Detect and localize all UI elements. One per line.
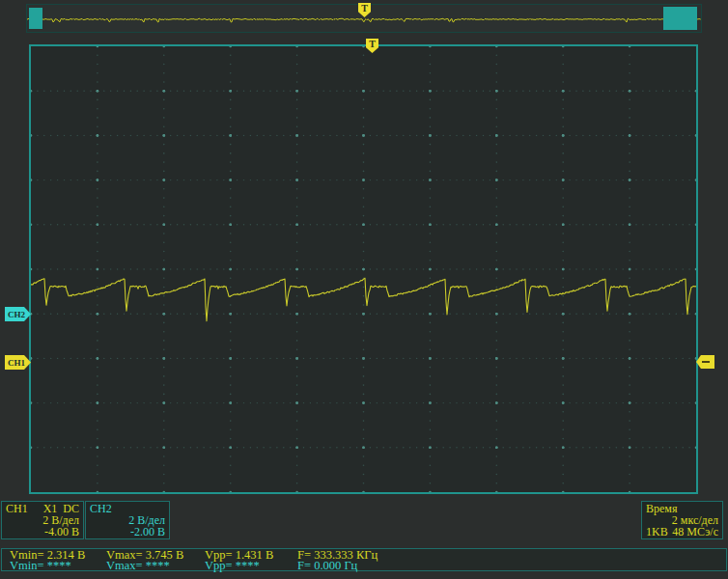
ch2-vmax: Vmax= ****	[98, 561, 197, 571]
measurement-bar: Vmin= 2.314 В Vmax= 3.745 В Vpp= 1.431 В…	[1, 548, 727, 571]
ch2-offset-marker[interactable]: CH2	[5, 307, 31, 321]
trigger-level-dash-icon	[702, 361, 710, 363]
ch2-vpp: Vpp= ****	[197, 561, 290, 571]
ch2-label: CH2	[90, 503, 112, 514]
ch1-offset-marker[interactable]: CH1	[5, 355, 31, 370]
waveform-display[interactable]	[29, 44, 698, 494]
ch2-vmin: Vmin= ****	[2, 561, 98, 571]
ch2-panel[interactable]: CH2 2 В/дел -2.00 В	[85, 501, 170, 539]
overview-right-handle[interactable]	[663, 7, 697, 30]
ch1-label: CH1	[6, 503, 28, 514]
grid-and-trace	[31, 46, 696, 492]
timebase-buffer: 1KB	[646, 526, 668, 538]
oscilloscope-screen: T T CH2 CH1 CH1 X1 DC 2 В/дел -4.00 В CH…	[0, 0, 728, 579]
overview-left-handle[interactable]	[29, 8, 42, 29]
measurement-row-ch2: Vmin= **** Vmax= **** Vpp= **** F= 0.000…	[2, 561, 726, 571]
ch2-freq: F= 0.000 Гц	[290, 561, 357, 571]
timebase-panel[interactable]: Время 2 мкс/дел 1KB 48 МСэ/с	[641, 501, 723, 539]
ch2-offset: -2.00 В	[130, 526, 165, 538]
trigger-level-marker[interactable]	[696, 355, 714, 369]
ch1-panel[interactable]: CH1 X1 DC 2 В/дел -4.00 В	[1, 501, 84, 539]
timebase-sample-rate: 48 МСэ/с	[672, 526, 718, 538]
ch1-offset: -4.00 В	[44, 526, 79, 538]
